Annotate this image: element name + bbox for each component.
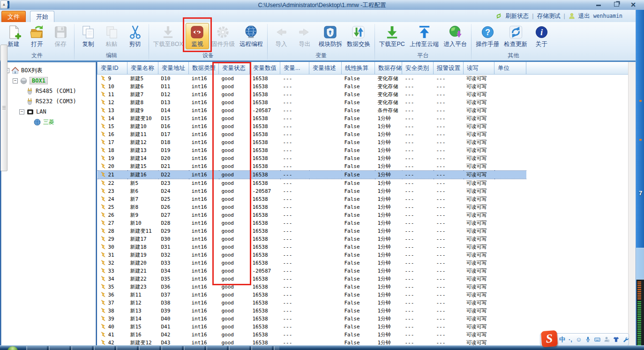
ribbon-button-help[interactable]: 操作手册 — [473, 23, 502, 49]
table-row[interactable]: 24新7D25int16good16538---False1分钟------可读… — [97, 195, 628, 203]
column-header[interactable]: 线性换算 — [342, 62, 375, 75]
ribbon-button-open[interactable]: 打开 — [25, 23, 49, 49]
table-row[interactable]: 28新建变11D29int16good16538---False1分钟-----… — [97, 227, 628, 235]
tree-item-mitsubishi[interactable]: 三菱 — [1, 117, 96, 127]
user-account-icon[interactable] — [604, 336, 610, 343]
cell-unit — [494, 203, 526, 211]
cell-status: good — [219, 339, 250, 346]
table-row[interactable]: 14新建变10D15int16good16538---False1分钟-----… — [97, 114, 628, 122]
table-row[interactable]: 10新建6D11int16good16538---False变化存储------… — [97, 83, 628, 91]
tab-file[interactable]: 文件 — [1, 11, 26, 23]
taskbar-buttons[interactable] — [26, 346, 279, 350]
cell-address: D34 — [158, 267, 189, 275]
ribbon-button-shield[interactable]: 模块防拆 — [316, 23, 344, 49]
scrollbar-up-button[interactable]: ▲ — [0, 0, 7, 8]
sogou-emoji-button[interactable]: ☺ — [576, 336, 582, 343]
table-row[interactable]: 16新建11D17int16good16538---False1分钟------… — [97, 130, 628, 138]
table-row[interactable]: 33新建21D34int16good-20587---False1分钟-----… — [97, 267, 628, 275]
settings-wrench-icon[interactable] — [622, 336, 629, 343]
table-row[interactable]: 23新6D24int16good-20587---False1分钟------可… — [97, 187, 628, 195]
ribbon-button-upcloud[interactable]: 上传至云端 — [407, 23, 442, 49]
title-bar: C:\Users\Administrator\Desktop\1.mnw -工程… — [0, 0, 644, 10]
cell-value: 16538 — [250, 171, 280, 179]
tree-item-rs485[interactable]: RS485 (COM1) — [1, 86, 96, 96]
keyboard-icon[interactable] — [594, 336, 600, 343]
cell-desc — [309, 99, 342, 107]
table-row[interactable]: 13新建9D14int16good-20587---False条件存储-----… — [97, 107, 628, 114]
column-header[interactable]: 单位 — [494, 62, 526, 75]
sogou-chinese-mode-button[interactable]: 中 — [559, 335, 565, 344]
storage-test-button[interactable]: 存储测试 — [537, 12, 560, 20]
restore-button[interactable] — [610, 2, 622, 8]
ribbon-button-copy[interactable]: 复制 — [76, 23, 100, 49]
microphone-icon[interactable] — [585, 336, 591, 343]
exit-button[interactable]: 退出 — [578, 12, 590, 20]
table-row[interactable]: 35新建23D36int16good16538---False1分钟------… — [97, 283, 628, 291]
close-button[interactable]: ✕ — [627, 2, 639, 8]
table-row[interactable]: 27新10D28int16good16538---False1分钟------可… — [97, 219, 628, 227]
vertical-scrollbar[interactable] — [628, 62, 636, 350]
ribbon-button-platform[interactable]: 进入平台 — [441, 23, 469, 49]
cell-id: 10 — [97, 83, 127, 91]
column-header[interactable]: 变量数值 — [250, 62, 280, 75]
cell-security: --- — [402, 138, 434, 146]
table-row[interactable]: 11新建7D12int16good16538---False变化存储------… — [97, 91, 628, 99]
column-header[interactable]: 变量描述 — [309, 62, 342, 75]
table-row[interactable]: 38新13D39int16good16538---False1分钟------可… — [97, 307, 628, 315]
table-row[interactable]: 9新建5D10int16good16538---False变化存储------可… — [97, 75, 628, 83]
skin-icon[interactable] — [613, 336, 619, 343]
sogou-punctuation-button[interactable]: ·, — [569, 336, 572, 343]
table-row[interactable]: 30新建18D31int16good16538---False1分钟------… — [97, 243, 628, 251]
table-row[interactable]: 34新建22D35int16good16538---False1分钟------… — [97, 275, 628, 283]
collapse-icon[interactable]: − — [19, 109, 24, 114]
table-row[interactable]: 32新建20D33int16good16538---False1分钟------… — [97, 259, 628, 267]
table-row[interactable]: 19新建14D20int16good16538---False1分钟------… — [97, 154, 628, 162]
ribbon-button-exch[interactable]: 数据交换 — [344, 23, 373, 49]
start-button[interactable] — [7, 346, 18, 350]
ribbon-button-update[interactable]: 检查更新 — [502, 23, 530, 49]
table-row[interactable]: 25新8D26int16good16538---False1分钟------可读… — [97, 203, 628, 211]
tree-item-lan[interactable]: − LAN — [1, 107, 96, 117]
tab-home[interactable]: 开始 — [30, 11, 54, 23]
column-header[interactable]: 变量... — [280, 62, 309, 75]
column-header[interactable]: 报警设置 — [434, 62, 464, 75]
tree-item-rs232[interactable]: RS232 (COM3) — [1, 96, 96, 107]
table-row[interactable]: 15新建10D16int16good16538---False1分钟------… — [97, 122, 628, 130]
column-header[interactable]: 变量状态 — [219, 62, 250, 75]
tree-item-box-list[interactable]: − BOX列表 — [1, 65, 96, 76]
column-header[interactable]: 变量地址 — [158, 62, 189, 75]
ribbon-button-cut[interactable]: 剪切 — [123, 23, 147, 49]
table-row[interactable]: 17新建12D18int16good16538---False1分钟------… — [97, 138, 628, 146]
table-row[interactable]: 36新11D37int16good16538---False1分钟------可… — [97, 291, 628, 299]
ribbon-button-eye[interactable]: 监视 — [186, 23, 209, 49]
table-row[interactable]: 39新14D40int16good16538---False1分钟------可… — [97, 315, 628, 323]
table-row[interactable]: 29新建17D30int16good16538---False1分钟------… — [97, 235, 628, 243]
column-header[interactable]: 数据存储 — [375, 62, 402, 75]
scrollbar-thumb[interactable] — [0, 45, 7, 171]
tree-item-box1[interactable]: − BOX1 — [1, 76, 96, 86]
table-row[interactable]: 31新建19D32int16good16538---False1分钟------… — [97, 251, 628, 259]
table-row[interactable]: 40新15D41int16good16538---False1分钟------可… — [97, 323, 628, 331]
table-row[interactable]: 37新12D38int16good16538---False1分钟------可… — [97, 299, 628, 307]
column-header[interactable]: 变量ID — [97, 62, 127, 75]
ribbon-button-globe[interactable]: 远程编程 — [237, 23, 265, 49]
cell-value: 16538 — [250, 122, 280, 130]
table-row[interactable]: 12新建8D13int16good16538---False变化存储------… — [97, 99, 628, 107]
column-header[interactable]: 变量名称 — [127, 62, 158, 75]
column-header[interactable]: 读写 — [464, 62, 494, 75]
table-row[interactable]: 22新5D23int16good16538---False1分钟------可读… — [97, 179, 628, 188]
variable-flag-icon — [100, 252, 106, 258]
refresh-status-button[interactable]: 刷新状态 — [505, 12, 529, 20]
table-row[interactable]: 26新9D27int16good16538---False1分钟------可读… — [97, 211, 628, 219]
ribbon-button-downpc[interactable]: 下载至PC — [377, 23, 407, 49]
cell-unit — [494, 299, 526, 307]
table-row[interactable]: 21新建16D22int16good16538---False1分钟------… — [97, 171, 628, 179]
column-header[interactable]: 安全类别 — [402, 62, 434, 75]
table-row[interactable]: 18新建13D19int16good16538---False1分钟------… — [97, 146, 628, 154]
sogou-logo-icon[interactable]: S — [541, 330, 558, 347]
ribbon-button-about[interactable]: 关于 — [530, 23, 553, 49]
minimize-button[interactable] — [592, 2, 605, 8]
column-header[interactable]: 数据类型 — [189, 62, 219, 75]
table-row[interactable]: 20新建15D21int16good16538---False1分钟------… — [97, 162, 628, 171]
collapse-icon[interactable]: − — [13, 78, 18, 84]
